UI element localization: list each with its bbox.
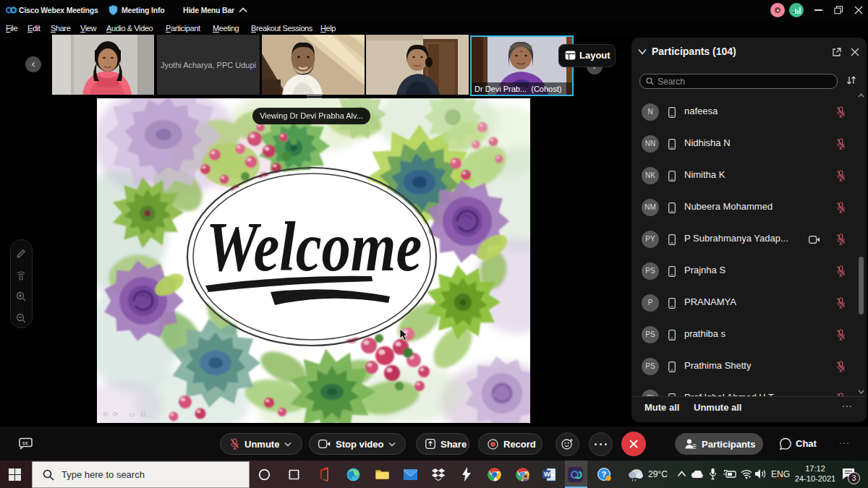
svg-text:cc: cc	[22, 440, 28, 445]
svg-text:⊡: ⊡	[140, 411, 146, 418]
svg-text:⟳: ⟳	[113, 411, 119, 418]
svg-text:Dr Devi Prab... (Cohost): Dr Devi Prab... (Cohost)	[475, 85, 561, 93]
svg-text:?: ?	[602, 470, 607, 479]
svg-text:⟲: ⟲	[103, 411, 109, 418]
svg-text:▭: ▭	[129, 411, 135, 418]
svg-text:Welcome: Welcome	[206, 207, 422, 286]
svg-text:W: W	[544, 471, 550, 478]
